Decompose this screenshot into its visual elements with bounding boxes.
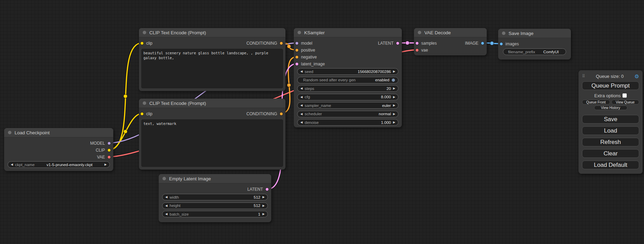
- increment-arrow-icon[interactable]: ▶: [104, 163, 107, 166]
- node-empty-latent-image[interactable]: Empty Latent Image LATENT ◀ width 512 ▶ …: [159, 174, 271, 222]
- collapse-dot-icon[interactable]: [8, 131, 11, 134]
- increment-arrow-icon[interactable]: ▶: [262, 213, 265, 216]
- load-button[interactable]: Load: [582, 126, 639, 135]
- collapse-dot-icon[interactable]: [143, 101, 146, 105]
- extra-options-label: Extra options: [594, 93, 621, 98]
- output-port-image[interactable]: [481, 42, 484, 45]
- load-default-button[interactable]: Load Default: [582, 161, 639, 169]
- node-title-bar[interactable]: KSampler: [294, 28, 402, 37]
- output-port-vae[interactable]: [107, 155, 111, 159]
- increment-arrow-icon[interactable]: ▶: [393, 104, 395, 107]
- widget-value: enabled: [375, 78, 389, 82]
- queue-front-button[interactable]: Queue Front: [582, 100, 610, 105]
- output-port-conditioning[interactable]: [280, 42, 283, 45]
- widget-filename-prefix[interactable]: filename_prefix ComfyUI: [503, 48, 566, 55]
- save-button[interactable]: Save: [582, 115, 639, 124]
- input-port-images[interactable]: [500, 42, 503, 46]
- widget-batch-size[interactable]: ◀ batch_size 1 ▶: [162, 211, 268, 217]
- input-port-vae[interactable]: [415, 48, 419, 52]
- input-port-model[interactable]: [295, 42, 299, 45]
- output-port-model[interactable]: [107, 142, 111, 145]
- output-port-clip[interactable]: [107, 148, 111, 152]
- decrement-arrow-icon[interactable]: ◀: [300, 112, 303, 116]
- view-queue-button[interactable]: View Queue: [611, 100, 639, 105]
- output-label: CLIP: [96, 148, 105, 153]
- increment-arrow-icon[interactable]: ▶: [262, 196, 265, 199]
- widget-height[interactable]: ◀ height 512 ▶: [162, 202, 268, 209]
- toggle-knob-icon[interactable]: [391, 78, 395, 82]
- node-title: VAE Decode: [424, 30, 451, 35]
- increment-arrow-icon[interactable]: ▶: [393, 96, 395, 99]
- decrement-arrow-icon[interactable]: ◀: [300, 104, 303, 107]
- node-vae-decode[interactable]: VAE Decode samples IMAGE vae: [414, 28, 487, 55]
- collapse-dot-icon[interactable]: [162, 177, 166, 180]
- widget-value: 20: [387, 87, 391, 91]
- increment-arrow-icon[interactable]: ▶: [393, 70, 395, 73]
- widget-width[interactable]: ◀ width 512 ▶: [162, 194, 268, 200]
- node-ksampler[interactable]: KSampler model LATENT positive negative: [294, 28, 402, 127]
- node-graph-canvas[interactable]: Load Checkpoint MODEL CLIP VAE ◀ ckpt_na…: [0, 0, 644, 244]
- node-title-bar[interactable]: Load Checkpoint: [4, 128, 113, 137]
- node-title-bar[interactable]: Save Image: [498, 29, 571, 38]
- widget-label: filename_prefix: [506, 50, 537, 54]
- extra-options-checkbox[interactable]: [623, 93, 627, 98]
- input-port-clip[interactable]: [140, 112, 144, 116]
- output-port-conditioning[interactable]: [280, 112, 283, 116]
- link-midpoint-dot: [287, 45, 291, 48]
- collapse-dot-icon[interactable]: [298, 31, 301, 34]
- node-title: CLIP Text Encode (Prompt): [149, 30, 206, 35]
- refresh-button[interactable]: Refresh: [582, 138, 639, 146]
- output-port-latent[interactable]: [396, 42, 399, 45]
- widget-ckpt-name[interactable]: ◀ ckpt_name v1-5-pruned-emaonly.ckpt ▶: [8, 161, 110, 168]
- decrement-arrow-icon[interactable]: ◀: [11, 163, 13, 166]
- node-load-checkpoint[interactable]: Load Checkpoint MODEL CLIP VAE ◀ ckpt_na…: [4, 128, 113, 171]
- output-port-latent[interactable]: [265, 188, 269, 191]
- increment-arrow-icon[interactable]: ▶: [262, 204, 265, 207]
- node-save-image[interactable]: Save Image images filename_prefix ComfyU…: [498, 29, 571, 60]
- input-port-negative[interactable]: [295, 55, 299, 59]
- input-port-positive[interactable]: [295, 48, 299, 52]
- node-clip-text-encode-negative[interactable]: CLIP Text Encode (Prompt) clip CONDITION…: [139, 99, 285, 170]
- prompt-textarea[interactable]: text, watermark: [141, 119, 283, 167]
- widget-denoise[interactable]: ◀ denoise 1.000 ▶: [297, 119, 398, 126]
- input-port-latent-image[interactable]: [295, 62, 299, 66]
- decrement-arrow-icon[interactable]: ◀: [165, 213, 168, 216]
- prompt-textarea[interactable]: beautiful scenery nature glass bottle la…: [141, 49, 283, 88]
- queue-prompt-button[interactable]: Queue Prompt: [582, 81, 639, 90]
- node-title-bar[interactable]: CLIP Text Encode (Prompt): [139, 99, 285, 108]
- widget-scheduler[interactable]: ◀ scheduler normal ▶: [297, 111, 398, 117]
- decrement-arrow-icon[interactable]: ◀: [300, 87, 303, 90]
- decrement-arrow-icon[interactable]: ◀: [300, 96, 303, 99]
- widget-value: 1: [258, 212, 260, 216]
- increment-arrow-icon[interactable]: ▶: [393, 87, 395, 90]
- collapse-dot-icon[interactable]: [502, 31, 505, 35]
- widget-cfg[interactable]: ◀ cfg 8.000 ▶: [297, 94, 398, 100]
- node-title-bar[interactable]: Empty Latent Image: [159, 174, 271, 183]
- decrement-arrow-icon[interactable]: ◀: [165, 204, 168, 207]
- node-clip-text-encode-positive[interactable]: CLIP Text Encode (Prompt) clip CONDITION…: [139, 28, 285, 91]
- widget-seed[interactable]: ◀ seed 156680208700286 ▶: [297, 68, 398, 75]
- collapse-dot-icon[interactable]: [143, 31, 146, 34]
- collapse-dot-icon[interactable]: [418, 31, 421, 34]
- input-label: samples: [421, 41, 437, 46]
- decrement-arrow-icon[interactable]: ◀: [300, 70, 303, 73]
- node-title-bar[interactable]: VAE Decode: [414, 28, 487, 37]
- increment-arrow-icon[interactable]: ▶: [393, 112, 395, 116]
- widget-random-seed[interactable]: Random seed after every gen enabled: [297, 77, 398, 83]
- decrement-arrow-icon[interactable]: ◀: [300, 121, 303, 124]
- node-title-bar[interactable]: CLIP Text Encode (Prompt): [139, 28, 285, 37]
- link-midpoint-dot: [490, 42, 494, 45]
- widget-label: seed: [305, 70, 314, 74]
- clear-button[interactable]: Clear: [582, 149, 639, 158]
- input-port-samples[interactable]: [415, 42, 419, 45]
- widget-steps[interactable]: ◀ steps 20 ▶: [297, 85, 398, 92]
- input-port-clip[interactable]: [140, 42, 144, 45]
- widget-value: 156680208700286: [358, 70, 391, 74]
- widget-sampler-name[interactable]: ◀ sampler_name euler ▶: [297, 102, 398, 109]
- gear-icon[interactable]: ⚙: [635, 74, 639, 79]
- drag-handle-icon[interactable]: ⠿: [582, 74, 585, 79]
- decrement-arrow-icon[interactable]: ◀: [165, 196, 168, 199]
- increment-arrow-icon[interactable]: ▶: [393, 121, 395, 124]
- view-history-button[interactable]: View History: [594, 106, 627, 110]
- link-midpoint-dot: [406, 41, 409, 45]
